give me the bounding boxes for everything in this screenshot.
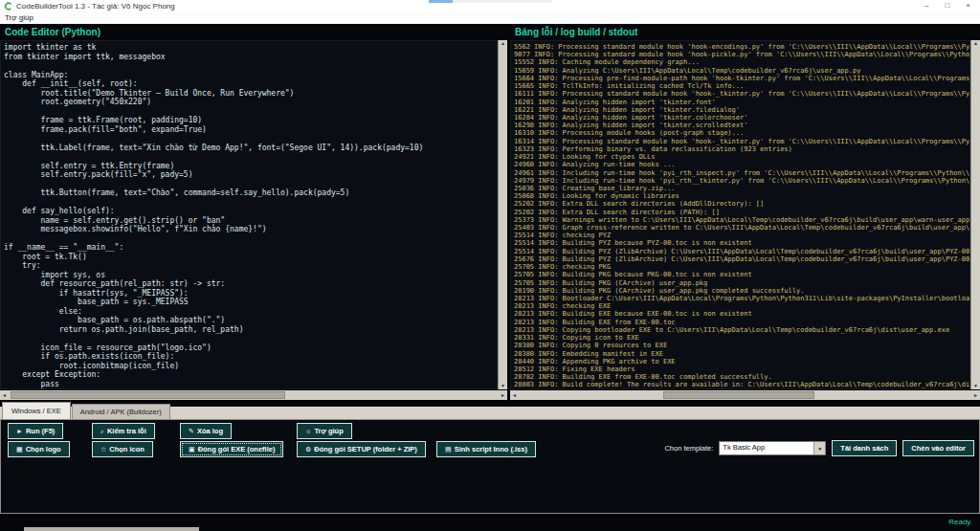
progress-light-segment xyxy=(453,0,552,3)
inno-script-button[interactable]: ▤Sinh script Inno (.iss) xyxy=(436,441,536,457)
title-bar: CodeBuilderTool 1.3 - Tác giả: Võ Ngọc P… xyxy=(0,0,980,11)
document-icon: ▤ xyxy=(445,446,452,454)
scroll-right-icon[interactable]: ► xyxy=(499,390,507,400)
log-header: Bảng lỗi / log build / stdout xyxy=(510,24,980,40)
package-setup-button[interactable]: ⚙Đóng gói SETUP (folder + ZIP) xyxy=(297,441,426,457)
template-bar: Chọn template: Tk Basic App ▼ Tải danh s… xyxy=(664,440,974,456)
window-controls: – □ × xyxy=(924,0,970,11)
button-label: Chọn logo xyxy=(26,445,61,454)
load-template-list-button[interactable]: Tải danh sách xyxy=(832,440,897,456)
main-split: Code Editor (Python) import tkinter as t… xyxy=(0,24,980,400)
lightbulb-icon: ☼ xyxy=(305,428,311,434)
star-icon: ☆ xyxy=(100,446,106,454)
button-label: Trợ giúp xyxy=(314,427,343,435)
editor-hscroll-thumb[interactable] xyxy=(11,391,285,399)
app-icon xyxy=(4,2,12,11)
clear-log-button[interactable]: ✎Xóa log xyxy=(180,423,232,439)
scroll-left-icon[interactable]: ◄ xyxy=(0,390,9,400)
package-exe-button[interactable]: ▣Đóng gói EXE (onefile) xyxy=(180,441,283,457)
close-icon[interactable]: × xyxy=(966,0,970,11)
choose-logo-button[interactable]: ▦Chọn logo xyxy=(8,441,70,457)
tab-android-apk[interactable]: Android / APK (Buildozer) xyxy=(72,404,170,419)
scroll-right-icon[interactable]: ► xyxy=(971,390,980,400)
play-icon: ► xyxy=(16,428,23,434)
status-text: Ready. xyxy=(948,518,972,526)
choose-icon-button[interactable]: ☆Chọn icon xyxy=(92,441,153,457)
button-label: Đóng gói EXE (onefile) xyxy=(198,445,276,454)
button-label: Đóng gói SETUP (folder + ZIP) xyxy=(314,445,417,454)
scroll-left-icon[interactable]: ◄ xyxy=(510,390,519,400)
button-label: Kiểm tra lỗi xyxy=(107,427,146,435)
scroll-up-icon[interactable]: ▲ xyxy=(973,40,978,47)
scroll-down-icon[interactable]: ▼ xyxy=(973,383,978,389)
status-bar: Ready. xyxy=(0,514,980,531)
insert-into-editor-button[interactable]: Chèn vào editor xyxy=(902,440,974,456)
editor-vertical-scrollbar[interactable]: ▲ ▼ xyxy=(498,40,507,389)
menu-item-help[interactable]: Trợ giúp xyxy=(5,13,33,22)
gear-icon: ⚙ xyxy=(305,446,311,454)
floppy-icon: ▦ xyxy=(16,446,23,454)
progress-blue-segment xyxy=(429,0,453,3)
chevron-down-icon[interactable]: ▼ xyxy=(813,442,825,454)
scroll-up-icon[interactable]: ▲ xyxy=(501,40,505,47)
help-button[interactable]: ☼Trợ giúp xyxy=(297,423,352,439)
magnifier-icon: ⌕ xyxy=(100,428,104,435)
tab-strip: Windows / EXEAndroid / APK (Buildozer) xyxy=(2,402,171,419)
notebook-content: ►Run (F5)⌕Kiểm tra lỗi✎Xóa log☼Trợ giúp … xyxy=(0,419,980,514)
code-editor-panel: Code Editor (Python) import tkinter as t… xyxy=(0,24,507,400)
button-label: Sinh script Inno (.iss) xyxy=(455,445,527,454)
build-log-area[interactable]: 5562 INFO: Processing standard module ho… xyxy=(510,40,970,389)
template-selected-value: Tk Basic App xyxy=(720,442,813,454)
scroll-down-icon[interactable]: ▼ xyxy=(501,383,505,389)
code-editor-area[interactable]: import tkinter as tk from tkinter import… xyxy=(0,40,498,389)
maximize-icon[interactable]: □ xyxy=(945,0,949,11)
editor-header: Code Editor (Python) xyxy=(0,24,507,40)
application-window: CodeBuilderTool 1.3 - Tác giả: Võ Ngọc P… xyxy=(0,0,980,531)
build-log-panel: Bảng lỗi / log build / stdout 5562 INFO:… xyxy=(510,24,980,400)
package-icon: ▣ xyxy=(189,446,195,454)
log-vertical-scrollbar[interactable]: ▲ ▼ xyxy=(970,40,980,389)
button-label: Chọn icon xyxy=(109,445,145,454)
template-label: Chọn template: xyxy=(664,444,713,453)
menu-bar: Trợ giúp xyxy=(0,11,980,24)
check-errors-button[interactable]: ⌕Kiểm tra lỗi xyxy=(92,423,155,439)
run-button[interactable]: ►Run (F5) xyxy=(8,423,63,439)
minimize-icon[interactable]: – xyxy=(924,0,928,11)
tab-windows-exe[interactable]: Windows / EXE xyxy=(2,402,71,419)
taskbar-strip xyxy=(24,527,199,531)
notebook-tabstrip: Windows / EXEAndroid / APK (Buildozer) xyxy=(0,400,980,419)
log-hscroll-thumb[interactable] xyxy=(663,391,814,399)
template-select[interactable]: Tk Basic App ▼ xyxy=(719,441,826,455)
button-label: Run (F5) xyxy=(26,427,55,435)
title-progress-strip xyxy=(429,0,552,3)
button-label: Xóa log xyxy=(197,427,223,435)
toolbar-row-1: ►Run (F5)⌕Kiểm tra lỗi✎Xóa log☼Trợ giúp xyxy=(8,423,979,439)
brush-icon: ✎ xyxy=(189,428,194,435)
window-title: CodeBuilderTool 1.3 - Tác giả: Võ Ngọc P… xyxy=(16,2,175,11)
editor-horizontal-scrollbar[interactable]: ◄ ► xyxy=(0,390,507,400)
log-horizontal-scrollbar[interactable]: ◄ ► xyxy=(510,390,980,400)
